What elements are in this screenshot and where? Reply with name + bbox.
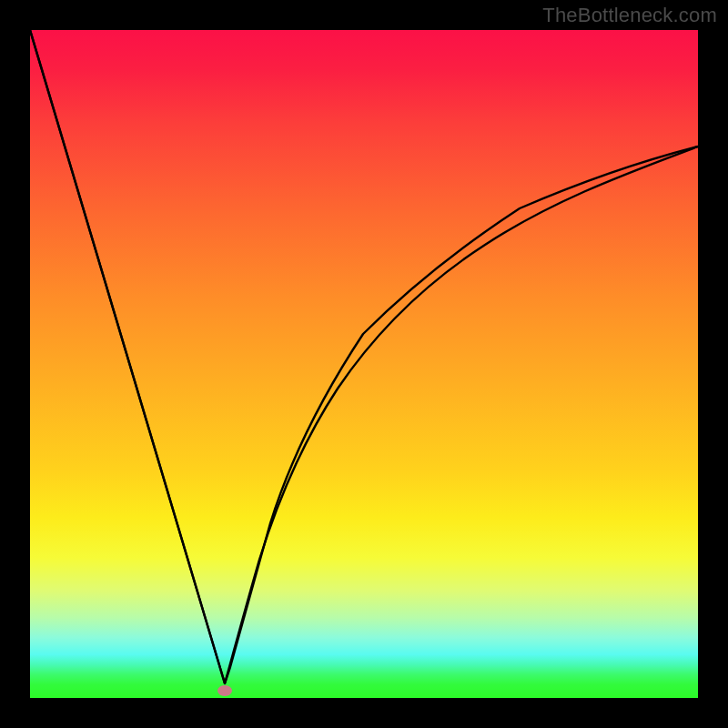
watermark-text: TheBottleneck.com <box>542 4 717 27</box>
chart-frame: TheBottleneck.com <box>0 0 728 728</box>
curve-svg <box>30 30 698 698</box>
plot-area <box>30 30 698 698</box>
optimal-point-marker <box>217 685 232 696</box>
bottleneck-curve-right <box>225 147 698 683</box>
bottleneck-curve <box>30 30 698 683</box>
bottleneck-curve-left <box>30 30 225 683</box>
